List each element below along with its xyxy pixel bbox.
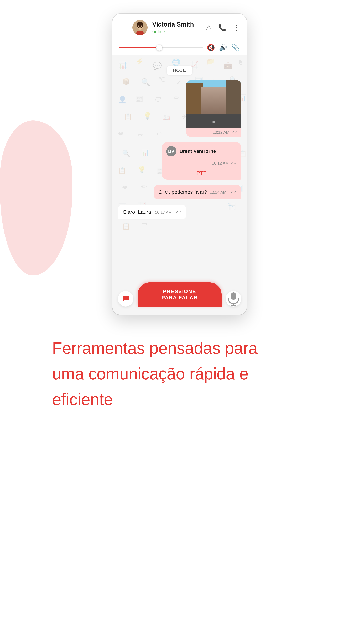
volume-icon[interactable]: 🔊 (219, 44, 227, 52)
volume-fill (119, 47, 159, 48)
svg-text:⚡: ⚡ (135, 57, 144, 65)
more-icon[interactable]: ⋮ (233, 24, 240, 32)
image-message: 10:12 AM ✓✓ (186, 80, 241, 137)
text-bubble-right: Oi vi, podemos falar? 10:14 AM ✓✓ (154, 185, 241, 200)
message-time: 10:14 AM (210, 190, 226, 195)
text-message-left: Claro, Laura! 10:17 AM ✓✓ (118, 205, 187, 220)
ptt-button-text: PRESSIONE (163, 288, 196, 294)
volume-track[interactable] (119, 47, 203, 48)
svg-text:📁: 📁 (206, 57, 215, 65)
chat-icon (122, 295, 130, 303)
back-button[interactable]: ← (119, 24, 128, 32)
headline-section: Ferramentas pensadas para uma comunicaçã… (42, 336, 317, 412)
ptt-row: PTT (162, 168, 241, 180)
mic-icon (226, 291, 241, 306)
forward-header: BV Brent VanHorne (162, 142, 241, 159)
chat-bottom-bar: PRESSIONE PARA FALAR (112, 279, 247, 315)
svg-text:📋: 📋 (122, 222, 130, 230)
forward-time: 10:12 AM (212, 161, 229, 166)
phone-icon[interactable]: 📞 (218, 24, 227, 32)
svg-rect-3 (137, 24, 138, 27)
contact-name: Victoria Smith (152, 21, 201, 28)
svg-text:🛡: 🛡 (141, 222, 147, 229)
sender-name: Brent VanHorne (180, 148, 216, 154)
chat-button[interactable] (118, 291, 133, 306)
ptt-button-text2: PARA FALAR (162, 294, 198, 301)
forward-checks: ✓✓ (231, 161, 237, 166)
sender-avatar: BV (166, 146, 176, 156)
mic-button[interactable] (226, 291, 241, 306)
message-time-left: 10:17 AM (155, 210, 172, 215)
svg-text:🖱: 🖱 (237, 59, 244, 66)
svg-text:🌐: 🌐 (172, 58, 181, 66)
image-checks: ✓✓ (231, 130, 238, 134)
headline-line1: Ferramentas pensadas para (52, 339, 258, 357)
chat-body: 📊 ⚡ 💬 🌐 📈 📁 💼 🖱 📦 🔍 ℃ ↙ 📊 🖱 🔍 (112, 55, 247, 279)
text-message-right: Oi vi, podemos falar? 10:14 AM ✓✓ (154, 185, 241, 200)
page-wrapper: ← (0, 0, 359, 433)
contact-status: online (152, 29, 201, 34)
svg-rect-58 (231, 292, 236, 300)
image-meta: 10:12 AM ✓✓ (186, 128, 241, 137)
forward-bubble: BV Brent VanHorne 10:12 AM ✓✓ PTT (162, 142, 241, 180)
svg-rect-4 (142, 24, 143, 27)
message-text-left: Claro, Laura! (123, 208, 153, 216)
forward-message: BV Brent VanHorne 10:12 AM ✓✓ PTT (162, 142, 241, 180)
warning-icon[interactable]: ⚠ (206, 24, 212, 32)
headline-text: Ferramentas pensadas para uma comunicaçã… (52, 336, 307, 412)
chat-messages: HOJE (118, 66, 241, 220)
back-icon: ← (120, 24, 127, 31)
image-bubble: 10:12 AM ✓✓ (186, 80, 241, 137)
headline-line3: eficiente (52, 390, 113, 408)
header-actions: ⚠ 📞 ⋮ (206, 24, 240, 32)
message-text: Oi vi, podemos falar? (158, 188, 207, 196)
phone-mockup: ← (112, 14, 247, 315)
image-time: 10:12 AM (213, 130, 229, 134)
decorative-blob (0, 120, 72, 275)
volume-thumb (156, 44, 162, 51)
attach-icon[interactable]: 📎 (231, 44, 240, 52)
ptt-button[interactable]: PRESSIONE PARA FALAR (138, 282, 222, 306)
forward-time-row: 10:12 AM ✓✓ (162, 159, 241, 168)
ptt-label: PTT (196, 170, 207, 176)
message-checks-left: ✓✓ (175, 210, 182, 215)
chat-header: ← (112, 14, 247, 40)
message-checks: ✓✓ (230, 190, 236, 195)
city-photo (186, 80, 241, 128)
avatar (132, 20, 148, 35)
contact-info: Victoria Smith online (152, 21, 201, 34)
volume-bar-row: 🔇 🔊 📎 (112, 40, 247, 55)
mute-icon[interactable]: 🔇 (207, 44, 215, 52)
headline-line2: uma comunicação rápida e (52, 364, 249, 383)
svg-point-2 (137, 22, 143, 26)
date-badge: HOJE (167, 66, 192, 75)
text-bubble-left: Claro, Laura! 10:17 AM ✓✓ (118, 205, 187, 220)
